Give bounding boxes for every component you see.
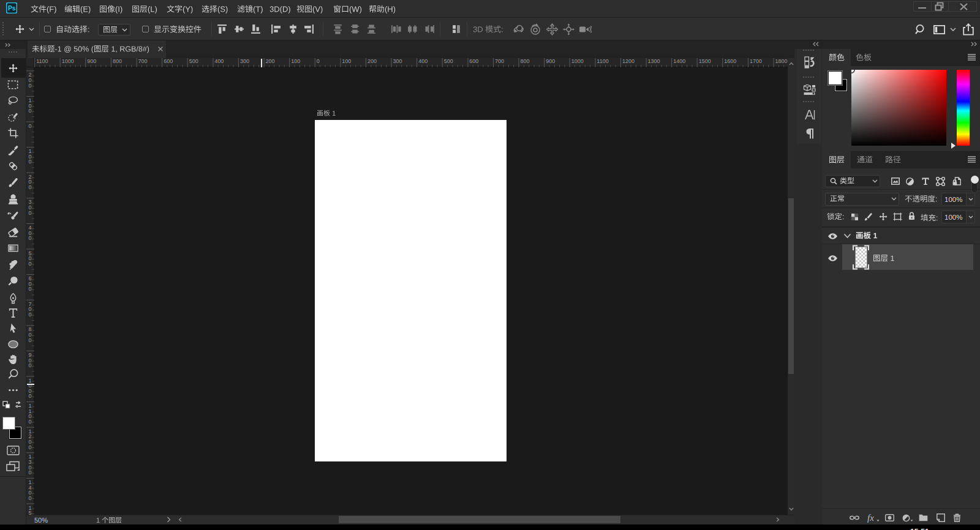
svg-text:Ps: Ps	[8, 5, 16, 12]
